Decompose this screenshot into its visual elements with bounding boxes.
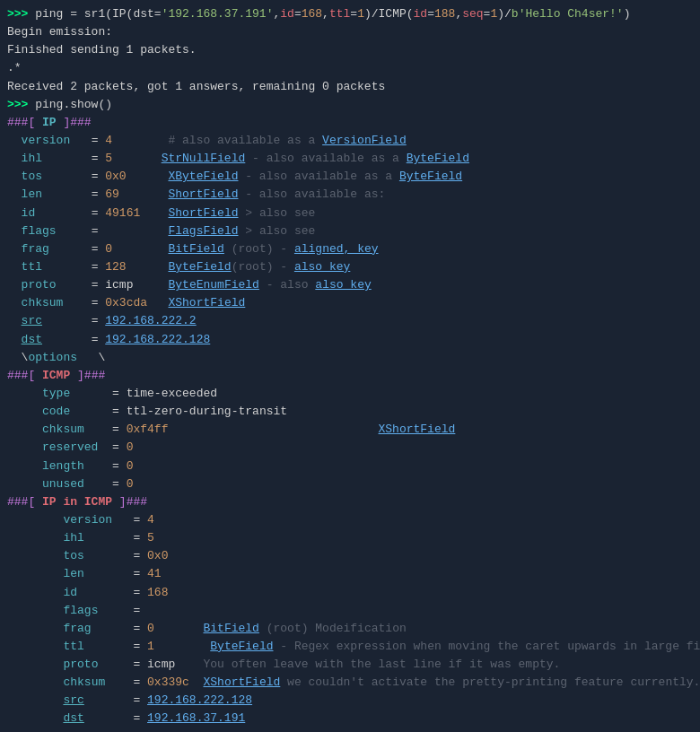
output-dot: .* [7,59,693,77]
field-chksum: chksum = 0x3cda XShortField [7,294,693,312]
section-icmp: ###[ ICMP ]### [7,367,693,385]
field-proto: proto = icmp ByteEnumField - also also k… [7,276,693,294]
field-frag: frag = 0 BitField (root) - aligned, key [7,240,693,258]
field-options-2: \options \ [7,728,693,732]
field-tos: tos = 0x0 XByteField - also available as… [7,168,693,186]
field2-len: len = 41 [7,565,693,583]
field-length: length = 0 [7,458,693,475]
field-dst: dst = 192.168.222.128 [7,331,693,349]
field2-tos: tos = 0x0 [7,547,693,565]
field-ttl: ttl = 128 ByteField(root) - also key [7,258,693,276]
field-len: len = 69 ShortField - also available as: [7,186,693,204]
field2-chksum: chksum = 0x339c XShortField we couldn't … [7,674,693,692]
field-ihl: ihl = 5 StrNullField - also available as… [7,150,693,168]
section-ip: ###[ IP ]### [7,114,693,132]
field-type-icmp: type = time-exceeded [7,385,693,403]
field2-flags: flags = [7,602,693,620]
field-code-icmp: code = ttl-zero-during-transit [7,403,693,421]
output-received: Received 2 packets, got 1 answers, remai… [7,78,693,96]
field-id: id = 49161 ShortField > also see [7,205,693,222]
output-begin: Begin emission: [7,23,693,41]
prompt-2: >>> [7,98,28,111]
field2-dst: dst = 192.168.37.191 [7,710,693,728]
prompt-1: >>> [7,7,28,21]
field-reserved: reserved = 0 [7,439,693,457]
field2-proto: proto = icmp You often leave with the la… [7,656,693,674]
field-chksum-icmp: chksum = 0xf4ff XShortField [7,421,693,439]
field-version: version = 4 # also available as a Versio… [7,132,693,150]
field-options-1: \options \ [7,349,693,367]
field2-ihl: ihl = 5 [7,529,693,547]
field2-id: id = 168 [7,584,693,602]
cmd-line-1: >>> ping = sr1(IP(dst='192.168.37.191',i… [7,5,693,23]
field-unused: unused = 0 [7,475,693,493]
section-ipicmp: ###[ IP in ICMP ]### [7,493,693,511]
field-src: src = 192.168.222.2 [7,312,693,330]
cmd-line-2: >>> ping.show() [7,96,693,114]
field2-ttl: ttl = 1 ByteField - Regex expression whe… [7,638,693,656]
field2-version: version = 4 [7,511,693,529]
field2-src: src = 192.168.222.128 [7,692,693,710]
terminal: >>> ping = sr1(IP(dst='192.168.37.191',i… [0,0,700,732]
field2-frag: frag = 0 BitField (root) Modeification [7,620,693,638]
field-flags: flags = FlagsField > also see [7,222,693,240]
output-sending: Finished sending 1 packets. [7,41,693,59]
